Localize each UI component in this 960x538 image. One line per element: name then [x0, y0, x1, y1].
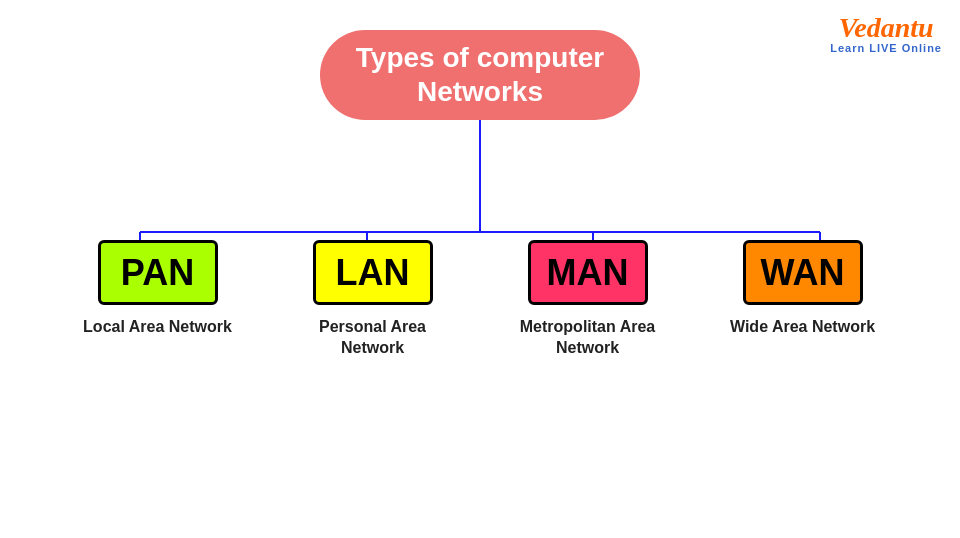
- vedantu-tagline: Learn LIVE Online: [830, 42, 942, 54]
- man-label: Metropolitan Area Network: [510, 317, 665, 359]
- lan-box: LAN: [313, 240, 433, 305]
- wan-label: Wide Area Network: [730, 317, 875, 338]
- root-label: Types of computer Networks: [320, 41, 640, 108]
- lan-label: Personal Area Network: [295, 317, 450, 359]
- wan-box: WAN: [743, 240, 863, 305]
- pan-acronym: PAN: [121, 252, 194, 294]
- vedantu-name: Vedantu: [839, 12, 934, 44]
- pan-label: Local Area Network: [83, 317, 232, 338]
- child-item-lan: LAN Personal Area Network: [295, 240, 450, 359]
- lan-acronym: LAN: [336, 252, 410, 294]
- root-node: Types of computer Networks: [320, 30, 640, 120]
- children-row: PAN Local Area Network LAN Personal Area…: [80, 240, 880, 359]
- diagram-container: Vedantu Learn LIVE Online Types of compu…: [0, 0, 960, 538]
- child-item-wan: WAN Wide Area Network: [725, 240, 880, 338]
- vedantu-logo: Vedantu Learn LIVE Online: [830, 12, 942, 54]
- child-item-man: MAN Metropolitan Area Network: [510, 240, 665, 359]
- child-item-pan: PAN Local Area Network: [80, 240, 235, 338]
- wan-acronym: WAN: [761, 252, 845, 294]
- man-box: MAN: [528, 240, 648, 305]
- pan-box: PAN: [98, 240, 218, 305]
- man-acronym: MAN: [547, 252, 629, 294]
